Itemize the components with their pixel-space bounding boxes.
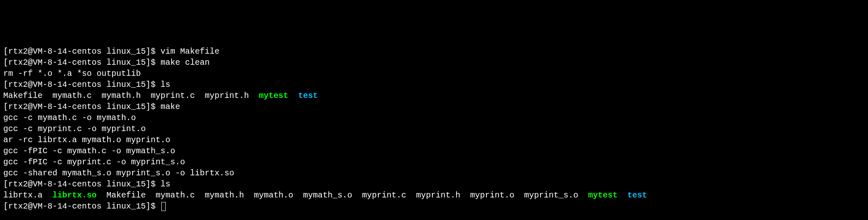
terminal-line: [rtx2@VM-8-14-centos linux_15]$ vim Make…: [3, 46, 865, 57]
terminal-segment: mytest: [259, 91, 288, 100]
terminal-segment: [288, 91, 298, 100]
terminal-line: rm -rf *.o *.a *so outputlib: [3, 68, 865, 79]
terminal-segment: librtx.a: [3, 191, 52, 200]
cursor-icon: [161, 202, 166, 211]
terminal-segment: gcc -fPIC -c myprint.c -o myprint_s.o: [3, 157, 185, 167]
terminal-segment: gcc -c mymath.c -o mymath.o: [3, 113, 136, 122]
terminal-segment: [rtx2@VM-8-14-centos linux_15]$: [3, 202, 160, 211]
terminal-segment: [rtx2@VM-8-14-centos linux_15]$: [3, 179, 160, 189]
terminal-line: [rtx2@VM-8-14-centos linux_15]$: [3, 201, 865, 212]
terminal-output[interactable]: [rtx2@VM-8-14-centos linux_15]$ vim Make…: [3, 46, 865, 212]
terminal-segment: ar -rc librtx.a mymath.o myprint.o: [3, 135, 170, 145]
terminal-segment: make clean: [160, 58, 210, 67]
terminal-segment: gcc -c myprint.c -o myprint.o: [3, 124, 146, 134]
terminal-segment: make: [160, 102, 180, 111]
terminal-segment: gcc -fPIC -c mymath.c -o mymath_s.o: [3, 146, 175, 156]
terminal-line: gcc -fPIC -c mymath.c -o mymath_s.o: [3, 145, 865, 156]
terminal-segment: rm -rf *.o *.a *so outputlib: [3, 69, 141, 78]
terminal-segment: vim Makefile: [160, 47, 219, 56]
terminal-segment: test: [627, 191, 647, 200]
terminal-segment: [rtx2@VM-8-14-centos linux_15]$: [3, 80, 160, 89]
terminal-segment: gcc -shared mymath_s.o myprint_s.o -o li…: [3, 168, 234, 178]
terminal-line: gcc -c myprint.c -o myprint.o: [3, 123, 865, 134]
terminal-segment: ls: [160, 80, 170, 89]
terminal-segment: mytest: [588, 191, 617, 200]
terminal-segment: [rtx2@VM-8-14-centos linux_15]$: [3, 47, 160, 56]
terminal-segment: Makefile mymath.c mymath.h mymath.o myma…: [97, 191, 588, 200]
terminal-line: librtx.a librtx.so Makefile mymath.c mym…: [3, 190, 865, 201]
terminal-segment: [rtx2@VM-8-14-centos linux_15]$: [3, 58, 160, 67]
terminal-line: [rtx2@VM-8-14-centos linux_15]$ ls: [3, 179, 865, 190]
terminal-segment: Makefile mymath.c mymath.h myprint.c myp…: [3, 91, 259, 100]
terminal-line: [rtx2@VM-8-14-centos linux_15]$ ls: [3, 79, 865, 90]
terminal-segment: [rtx2@VM-8-14-centos linux_15]$: [3, 102, 160, 111]
terminal-line: Makefile mymath.c mymath.h myprint.c myp…: [3, 90, 865, 101]
terminal-line: ar -rc librtx.a mymath.o myprint.o: [3, 134, 865, 145]
terminal-segment: librtx.so: [52, 191, 97, 200]
terminal-segment: ls: [160, 179, 170, 189]
terminal-line: [rtx2@VM-8-14-centos linux_15]$ make: [3, 101, 865, 112]
terminal-line: [rtx2@VM-8-14-centos linux_15]$ make cle…: [3, 57, 865, 68]
terminal-segment: test: [298, 91, 318, 100]
terminal-line: gcc -shared mymath_s.o myprint_s.o -o li…: [3, 168, 865, 179]
terminal-line: gcc -fPIC -c myprint.c -o myprint_s.o: [3, 156, 865, 168]
terminal-segment: [617, 191, 627, 200]
terminal-line: gcc -c mymath.c -o mymath.o: [3, 112, 865, 123]
